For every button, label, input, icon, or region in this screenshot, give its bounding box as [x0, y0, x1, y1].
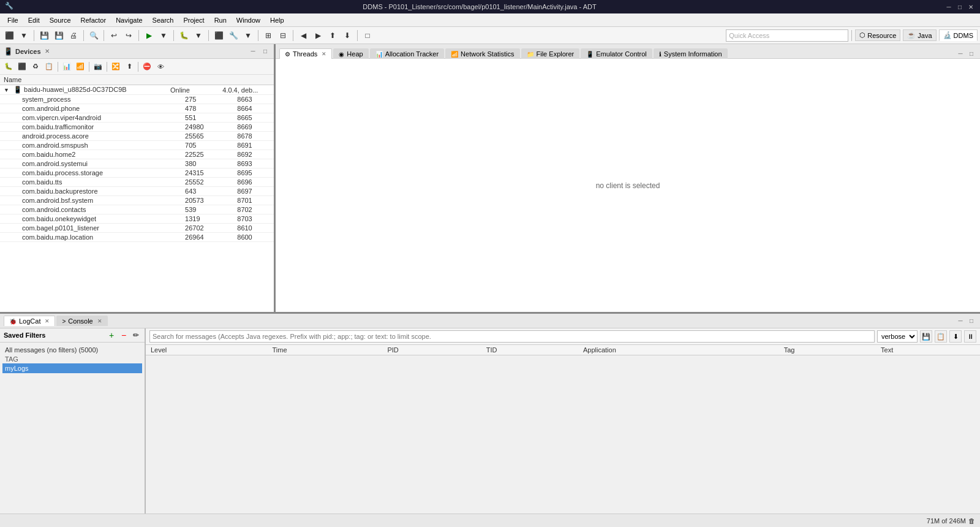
minimize-btn[interactable]: ─	[944, 2, 953, 11]
devices-maximize-btn[interactable]: □	[260, 47, 270, 56]
new-btn[interactable]: ⬛	[2, 29, 16, 42]
toolbar-btn-12[interactable]: ◀	[296, 29, 310, 42]
logcat-scroll-btn[interactable]: ⬇	[949, 330, 962, 343]
devices-close-btn[interactable]: ✕	[43, 48, 51, 55]
menu-item-search[interactable]: Search	[148, 15, 179, 25]
toolbar-btn-16[interactable]: □	[361, 29, 374, 42]
table-row[interactable]: com.baidu.onekeywidget 1319 8703	[0, 214, 274, 224]
close-btn[interactable]: ✕	[967, 2, 975, 11]
menu-item-run[interactable]: Run	[209, 15, 232, 25]
menu-item-edit[interactable]: Edit	[23, 15, 45, 25]
dev-thread-btn[interactable]: 🔀	[110, 61, 122, 73]
list-item[interactable]: myLogs	[2, 363, 142, 373]
menu-item-navigate[interactable]: Navigate	[111, 15, 147, 25]
tab-threads[interactable]: ⚙ Threads ✕	[279, 48, 332, 59]
bottom-minimize[interactable]: ─	[956, 316, 965, 326]
table-row[interactable]: system_process 275 8663	[0, 95, 274, 104]
edit-filter-btn[interactable]: ✏	[131, 330, 141, 340]
logcat-level-select[interactable]: verbosedebuginfowarnerrorassert	[877, 330, 918, 343]
table-row[interactable]: com.baidu.map.location 26964 8600	[0, 233, 274, 242]
bottom-tab-close-console[interactable]: ✕	[97, 318, 102, 324]
tab-close-threads[interactable]: ✕	[322, 51, 326, 57]
table-row[interactable]: com.baidu.trafficmonitor 24980 8669	[0, 123, 274, 132]
toolbar-btn-2[interactable]: ▼	[17, 29, 31, 42]
bottom-tab-logcat[interactable]: 🐞 LogCat ✕	[4, 316, 55, 326]
device-row[interactable]: ▼ 📱 baidu-huawei_u8825d-0C37DC9B Online …	[0, 85, 274, 95]
table-row[interactable]: com.baidu.process.storage 24315 8695	[0, 169, 274, 178]
table-row[interactable]: com.android.systemui 380 8693	[0, 159, 274, 169]
menu-item-refactor[interactable]: Refactor	[76, 15, 111, 25]
remove-filter-btn[interactable]: −	[119, 330, 129, 340]
toolbar-btn-7[interactable]: ↪	[122, 29, 135, 42]
toolbar-btn-3[interactable]: 💾	[52, 29, 66, 42]
dev-view-btn[interactable]: 👁	[154, 61, 167, 73]
tab-sysinfo[interactable]: ℹ System Information	[654, 48, 728, 59]
save-btn[interactable]: 💾	[37, 29, 51, 42]
menu-item-help[interactable]: Help	[265, 15, 289, 25]
tab-fileexplorer[interactable]: 📁 File Explorer	[521, 48, 580, 59]
table-row[interactable]: com.android.smspush 705 8691	[0, 141, 274, 150]
toolbar-btn-13[interactable]: ▶	[311, 29, 325, 42]
dev-debug-btn[interactable]: 🐛	[2, 61, 15, 73]
restore-btn[interactable]: □	[956, 2, 964, 11]
menu-item-source[interactable]: Source	[45, 15, 76, 25]
right-panel-maximize[interactable]: □	[967, 48, 976, 58]
tab-allocation[interactable]: 📊 Allocation Tracker	[370, 48, 444, 59]
table-row[interactable]: com.baidu.backuprestore 643 8697	[0, 187, 274, 196]
tab-network[interactable]: 📶 Network Statistics	[445, 48, 519, 59]
toolbar-btn-9[interactable]: 🔧	[227, 29, 240, 42]
toolbar-btn-15[interactable]: ⬇	[341, 29, 354, 42]
devices-minimize-btn[interactable]: ─	[248, 47, 258, 56]
bottom-tab-close-logcat[interactable]: ✕	[45, 318, 50, 324]
toolbar-btn-4[interactable]: 🖨	[67, 29, 80, 42]
logcat-save-btn[interactable]: 💾	[920, 330, 932, 343]
bottom-maximize[interactable]: □	[967, 316, 976, 326]
perspective-ddms[interactable]: 🔬 DDMS	[939, 29, 978, 41]
toolbar-btn-6[interactable]: ↩	[107, 29, 121, 42]
run-dropdown[interactable]: ▼	[157, 29, 170, 42]
perspective-resource[interactable]: ⬡ Resource	[855, 29, 900, 41]
table-row[interactable]: android.process.acore 25565 8678	[0, 132, 274, 141]
bottom-tab-label-console: Console	[68, 317, 92, 325]
expand-icon[interactable]: ▼	[4, 87, 9, 93]
debug-btn[interactable]: 🐛	[177, 29, 190, 42]
bottom-tab-console[interactable]: > Console ✕	[56, 316, 107, 326]
tab-heap[interactable]: ◉ Heap	[333, 48, 368, 59]
dev-hprof-btn[interactable]: 📋	[43, 61, 55, 73]
dev-kill-btn[interactable]: ⛔	[141, 61, 153, 73]
logcat-search-input[interactable]	[149, 330, 875, 343]
dev-net-btn[interactable]: 📶	[74, 61, 86, 73]
toolbar-btn-9b[interactable]: ▼	[241, 29, 255, 42]
menu-item-project[interactable]: Project	[178, 15, 209, 25]
perspective-java[interactable]: ☕ Java	[903, 29, 936, 41]
debug-dropdown[interactable]: ▼	[192, 29, 205, 42]
gc-icon[interactable]: 🗑	[968, 517, 975, 525]
toolbar-btn-5[interactable]: 🔍	[87, 29, 100, 42]
right-panel-minimize[interactable]: ─	[956, 48, 965, 58]
toolbar-btn-10[interactable]: ⊞	[262, 29, 275, 42]
dev-heap2-btn[interactable]: ⬆	[123, 61, 135, 73]
tab-emulator[interactable]: 📱 Emulator Control	[581, 48, 652, 59]
quick-access-input[interactable]: Quick Access	[726, 29, 848, 42]
table-row[interactable]: com.bagel.p0101_listener 26702 8610	[0, 224, 274, 233]
menu-item-file[interactable]: File	[2, 15, 23, 25]
table-row[interactable]: com.vipercn.viper4android 551 8665	[0, 113, 274, 123]
dev-screenshot-btn[interactable]: 📷	[92, 61, 104, 73]
table-row[interactable]: com.android.bsf.system 20573 8701	[0, 196, 274, 205]
logcat-pause-btn[interactable]: ⏸	[964, 330, 976, 343]
add-filter-btn[interactable]: +	[107, 330, 116, 340]
table-row[interactable]: com.android.phone 478 8664	[0, 104, 274, 113]
dev-stop-btn[interactable]: ⬛	[16, 61, 28, 73]
toolbar-btn-11[interactable]: ⊟	[276, 29, 290, 42]
list-item[interactable]: All messages (no filters) (5000)	[2, 345, 142, 355]
toolbar-btn-8[interactable]: ⬛	[212, 29, 225, 42]
table-row[interactable]: com.baidu.home2 22525 8692	[0, 150, 274, 159]
dev-gc-btn[interactable]: ♻	[29, 61, 42, 73]
run-btn[interactable]: ▶	[142, 29, 156, 42]
toolbar-btn-14[interactable]: ⬆	[326, 29, 339, 42]
dev-alloc-btn[interactable]: 📊	[61, 61, 73, 73]
table-row[interactable]: com.baidu.tts 25552 8696	[0, 178, 274, 187]
menu-item-window[interactable]: Window	[232, 15, 265, 25]
table-row[interactable]: com.android.contacts 539 8702	[0, 205, 274, 214]
logcat-clear-btn[interactable]: 📋	[935, 330, 947, 343]
